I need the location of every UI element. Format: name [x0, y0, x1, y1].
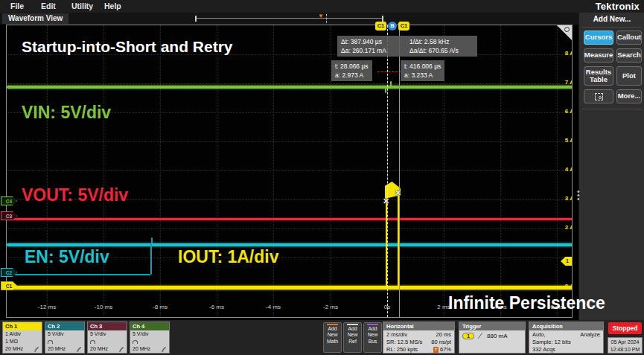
cursor-a-badge[interactable]: C1 [375, 22, 386, 31]
measure-button[interactable]: Measure [584, 48, 613, 63]
channel-4-name: Ch 4 [130, 322, 169, 330]
gridline-horizontal [7, 83, 572, 84]
cursor-inv-delta-t: 1/Δt: 2.58 kHz [409, 37, 474, 46]
time: 12:48:10 PM [608, 346, 642, 354]
amp-axis-label: 2 A [559, 224, 573, 231]
oscilloscope-screen: File Edit Utility Help Tektronix Wavefor… [0, 0, 644, 355]
cursor-delta-readout[interactable]: Δt: 387.940 µs 1/Δt: 2.58 kHz Δa: 260.17… [337, 36, 477, 57]
horizontal-title: Horizontal [383, 322, 454, 330]
time-axis-label: -8 ms [145, 304, 175, 310]
acquisition-analyze[interactable]: Analyze [580, 331, 600, 339]
gridline-vertical [557, 25, 558, 317]
horizontal-position-minimap[interactable] [195, 16, 383, 22]
amp-axis-label: 6 A [559, 108, 573, 115]
search-button[interactable]: Search [616, 48, 642, 63]
callout-button[interactable]: Callout [616, 31, 642, 45]
channel-3-scale: 5 V/div [90, 330, 106, 338]
en-label: EN: 5V/div [25, 247, 109, 267]
iout-trace[interactable] [7, 286, 573, 290]
vin-transient [390, 81, 392, 88]
cursor-delta-dashes [377, 71, 401, 72]
sidebar-header: Add New... [579, 15, 644, 23]
persistence-label: Infinite Persistence [448, 293, 605, 313]
zoom-box-button[interactable] [584, 89, 613, 103]
vin-trace[interactable] [7, 86, 573, 89]
right-sidebar: Add New... Cursors Callout Measure Searc… [578, 13, 644, 320]
add-new-ref-button[interactable]: Add New Ref [343, 322, 362, 353]
amp-axis-label: 4 A [559, 166, 573, 173]
add-new-bus-button[interactable]: Add New Bus [363, 322, 382, 353]
channel-3-badge[interactable]: Ch 3 5 V/div 20 MHz [87, 322, 127, 354]
trigger-position-marker-icon[interactable]: ▼ [318, 13, 324, 19]
menu-edit[interactable]: Edit [41, 1, 56, 10]
menu-help[interactable]: Help [104, 1, 121, 10]
gridline-vertical [217, 25, 217, 317]
zoom-corner-icon[interactable] [557, 25, 572, 40]
cursor-a-readout[interactable]: t: 28.066 µs a: 2.973 A [331, 60, 372, 81]
menu-bar: File Edit Utility Help Tektronix [0, 0, 644, 13]
zoom-box-icon [595, 93, 603, 100]
bus-color-bar [367, 324, 378, 325]
cursor-b-time: t: 416.006 µs [404, 62, 441, 71]
cursor-a-line[interactable] [387, 25, 388, 317]
add-new-math-button[interactable]: Add New Math [323, 322, 342, 353]
plot-button[interactable]: Plot [616, 66, 642, 86]
trigger-position-icon: T [433, 347, 439, 353]
acquisition-count: 332 Acqs [532, 346, 555, 354]
cursor-a-x-marker[interactable]: ✕ [383, 196, 389, 206]
sample-rate: SR: 12.5 MS/s [386, 339, 422, 346]
channel-2-badge[interactable]: Ch 2 5 V/div 20 MHz [45, 322, 85, 354]
channel-4-scale: 5 V/div [133, 330, 148, 338]
menu-file[interactable]: File [10, 1, 24, 10]
menu-utility[interactable]: Utility [71, 1, 93, 10]
channel-2-name: Ch 2 [45, 322, 84, 330]
iout-label: IOUT: 1A/div [178, 247, 278, 267]
rising-edge-icon [477, 332, 484, 339]
en-rising-edge [150, 244, 152, 275]
channel-2-bandwidth: 20 MHz [48, 345, 66, 353]
acquisition-sample: Sample: 12 bits [532, 339, 571, 346]
math-color-bar [327, 324, 338, 325]
channel-4-badge[interactable]: Ch 4 5 V/div 20 MHz [130, 322, 170, 354]
en-edge-spike [151, 237, 153, 244]
cursor-b-badge[interactable]: C1 [398, 22, 409, 31]
more-button[interactable]: More... [616, 89, 642, 103]
gridline-vertical [160, 25, 161, 317]
en-trace-low [10, 274, 150, 275]
cursor-delta-a: Δa: 260.171 mA [341, 46, 409, 55]
cursors-button[interactable]: Cursors [584, 31, 613, 45]
channel-1-badge[interactable]: Ch 1 1 A/div 1 MΩ 20 MHz [2, 322, 42, 354]
gridline-horizontal [7, 141, 572, 142]
trigger-source-badge: 1 [462, 333, 474, 339]
probe-icon [90, 340, 95, 344]
horizontal-panel[interactable]: Horizontal 2 ms/div20 ms SR: 12.5 MS/s80… [383, 322, 455, 354]
trigger-panel[interactable]: Trigger 1 880 mA [459, 322, 526, 354]
horizontal-window: 20 ms [436, 331, 451, 339]
amp-axis-label: 7 A [559, 79, 573, 86]
cursor-b-line[interactable] [399, 25, 400, 317]
channel-1-input: 1 MΩ [5, 338, 18, 345]
resolution: 80 ns/pt [431, 339, 451, 346]
probe-icon [48, 340, 53, 344]
cursor-b-readout[interactable]: t: 416.006 µs a: 3.233 A [401, 60, 444, 81]
run-stop-button[interactable]: Stopped [608, 322, 642, 334]
tektronix-logo: Tektronix [596, 1, 640, 12]
cursor-link-badge[interactable]: B [388, 22, 397, 31]
cursor-delta-a-per-t: Δa/Δt: 670.65 A/s [409, 46, 474, 55]
splitter-handle[interactable]: ••• [577, 190, 580, 201]
cursor-delta-t: Δt: 387.940 µs [341, 37, 409, 46]
channel-1-bandwidth: 20 MHz [5, 345, 23, 353]
vout-trace[interactable] [7, 218, 573, 220]
probe-icon [133, 340, 138, 344]
time-axis-label: -12 ms [32, 304, 62, 310]
channel-1-scale: 1 A/div [5, 330, 21, 338]
add-new-math-label: Add New Math [327, 326, 338, 344]
acquisition-panel[interactable]: Acquisition Auto,Analyze Sample: 12 bits… [529, 322, 604, 354]
tab-waveform-view[interactable]: Waveform View [2, 13, 68, 24]
results-table-button[interactable]: Results Table [584, 66, 613, 86]
en-trace-high[interactable] [7, 243, 573, 246]
step-response-icon [76, 347, 82, 352]
channel-3-name: Ch 3 [88, 322, 127, 330]
waveform-graticule[interactable]: 8 A 7 A 6 A 5 A 4 A 3 A 2 A 0 A -12 ms -… [6, 25, 573, 318]
cursor-b-x-marker[interactable]: ✕ [395, 188, 401, 198]
